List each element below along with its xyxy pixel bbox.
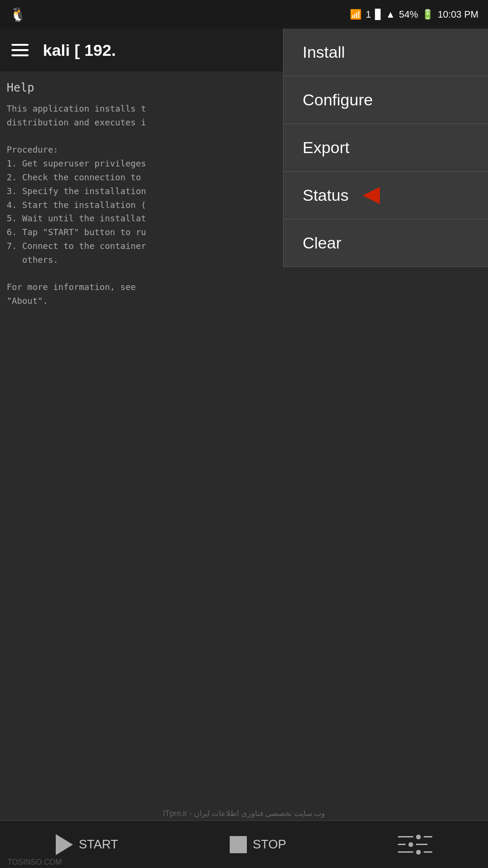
help-text: This application installs t distribution… [7, 102, 174, 308]
battery-percent: 54% [399, 9, 418, 20]
wifi-icon: 📶 [350, 9, 362, 20]
watermark: وب سایت تخصصی فناوری اطلاعات ایران - ITp… [0, 809, 488, 818]
menu-clear-label: Clear [303, 234, 341, 252]
menu-install-label: Install [303, 43, 345, 62]
menu-item-status[interactable]: Status [284, 172, 488, 219]
time: 10:03 PM [437, 9, 478, 20]
settings-button[interactable] [398, 835, 432, 855]
start-button[interactable]: START [56, 834, 118, 855]
start-label: START [79, 837, 118, 852]
help-title: Help [7, 81, 174, 94]
signal-bars: ▲ [386, 9, 396, 20]
stop-button[interactable]: STOP [230, 836, 286, 853]
menu-item-clear[interactable]: Clear [284, 219, 488, 267]
menu-configure-label: Configure [303, 91, 373, 109]
tosinso-label: TOSINSO.COM [8, 858, 62, 867]
signal-icon: ▊ [375, 9, 382, 20]
sim-indicator: 1 [366, 9, 371, 20]
main-content: Help This application installs t distrib… [0, 72, 181, 820]
menu-status-label: Status [303, 186, 348, 205]
menu-item-install[interactable]: Install [284, 29, 488, 76]
sliders-icon [398, 835, 432, 855]
stop-icon [230, 836, 247, 853]
arrow-indicator [363, 187, 380, 204]
hamburger-menu[interactable] [11, 44, 29, 56]
menu-item-configure[interactable]: Configure [284, 76, 488, 124]
status-bar: 🐧 📶 1 ▊ ▲ 54% 🔋 10:03 PM [0, 0, 488, 29]
menu-export-label: Export [303, 138, 349, 157]
status-bar-left: 🐧 [10, 7, 26, 22]
status-bar-right: 📶 1 ▊ ▲ 54% 🔋 10:03 PM [350, 9, 478, 20]
stop-label: STOP [253, 837, 286, 852]
menu-item-export[interactable]: Export [284, 124, 488, 172]
dropdown-menu: Install Configure Export Status Clear [283, 29, 488, 267]
battery-icon: 🔋 [422, 9, 434, 20]
app-title: kali [ 192. [43, 41, 116, 60]
linux-icon: 🐧 [10, 7, 26, 22]
bottom-bar: START STOP [0, 820, 488, 868]
play-icon [56, 834, 73, 855]
